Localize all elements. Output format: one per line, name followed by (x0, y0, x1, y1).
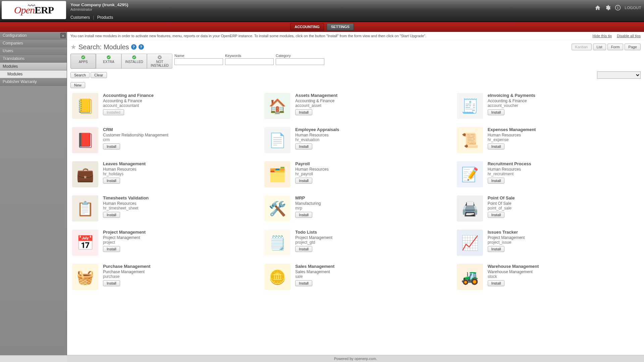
menu-customers[interactable]: Customers (70, 15, 90, 20)
view-list[interactable]: List (593, 44, 606, 50)
module-title: Expenses Management (488, 127, 536, 132)
sidebar-collapse[interactable]: « (60, 33, 66, 38)
module-tech-name: hr_holidays (103, 172, 146, 176)
view-page[interactable]: Page (625, 44, 641, 50)
install-button[interactable]: Install (295, 212, 312, 218)
menu-products[interactable]: Products (97, 15, 113, 20)
install-button[interactable]: Install (103, 178, 120, 184)
filter-buttons: APPSEXTRAINSTALLEDNOT INSTALLED (70, 54, 172, 69)
module-title: MRP (295, 195, 321, 200)
module-tech-name: hr_timesheet_sheet (103, 206, 149, 210)
module-category: Point Of Sale (488, 201, 515, 206)
install-button[interactable]: Install (295, 246, 312, 252)
module-tech-name: mrp (295, 206, 321, 210)
sidebar-item-translations[interactable]: Translations (0, 55, 67, 63)
hide-tip-link[interactable]: Hide this tip (593, 34, 612, 38)
install-button[interactable]: Install (488, 109, 505, 115)
install-button[interactable]: Install (295, 178, 312, 184)
home-icon[interactable] (595, 5, 601, 11)
install-button[interactable]: Install (488, 246, 505, 252)
module-card: 🪙Sales ManagementSales ManagementsaleIns… (264, 264, 446, 290)
gear-icon[interactable] (605, 5, 611, 11)
filter-apps[interactable]: APPS (70, 54, 96, 69)
module-tech-name: account_accountant (103, 103, 154, 108)
module-title: Point Of Sale (488, 195, 515, 200)
install-button[interactable]: Install (103, 212, 120, 218)
install-button[interactable]: Install (295, 143, 312, 149)
sidebar-item-users[interactable]: Users (0, 47, 67, 55)
module-icon: 📈 (457, 230, 483, 256)
module-card: 🛠️MRPManufacturingmrpInstall (264, 195, 446, 222)
module-category: Human Resources (295, 133, 339, 137)
field-name: Name (174, 54, 223, 65)
module-icon: 🗒️ (264, 230, 290, 256)
module-category: Customer Relationship Management (103, 133, 168, 137)
view-form[interactable]: Form (607, 44, 624, 50)
tab-settings[interactable]: SETTINGS (327, 23, 354, 31)
install-button[interactable]: Install (103, 246, 120, 252)
install-button[interactable]: Install (103, 143, 120, 149)
module-icon: 📋 (72, 195, 98, 222)
help-icon[interactable]: ? (131, 44, 137, 50)
module-category: Human Resources (488, 167, 531, 172)
logout-link[interactable]: LOGOUT (625, 6, 641, 10)
module-card: 🧾eInvoicing & PaymentsAccounting & Finan… (457, 93, 639, 119)
sidebar-item-companies[interactable]: Companies (0, 40, 67, 47)
view-kanban[interactable]: Kanban (572, 44, 592, 50)
x-icon (157, 55, 162, 60)
tab-accounting[interactable]: ACCOUNTING (290, 23, 324, 31)
module-tech-name: purchase (103, 274, 151, 279)
module-title: CRM (103, 127, 168, 132)
help-icon-2[interactable]: ? (139, 44, 144, 50)
sidebar-subitem-modules[interactable]: Modules (0, 70, 67, 78)
installed-button: Installed (103, 109, 124, 115)
module-category: Sales Management (295, 269, 334, 274)
filter-extra[interactable]: EXTRA (96, 54, 121, 69)
input-name[interactable] (174, 58, 223, 65)
input-category[interactable] (276, 58, 324, 65)
logo[interactable]: OpenERP 〰 (2, 1, 66, 19)
disable-tips-link[interactable]: Disable all tips (617, 34, 641, 38)
module-tech-name: stock (488, 274, 539, 279)
module-tech-name: account_asset (295, 103, 337, 108)
install-button[interactable]: Install (488, 178, 505, 184)
clear-button[interactable]: Clear (91, 72, 107, 78)
module-card: 📅Project ManagementProject Managementpro… (72, 230, 254, 256)
new-button[interactable]: New (70, 82, 85, 88)
module-tech-name: hr_evaluation (295, 137, 339, 142)
module-icon: 💼 (72, 161, 98, 187)
company-info: Your Company (trunk_4295) Administrator (70, 2, 128, 11)
check-icon (106, 55, 111, 60)
module-tech-name: hr_expense (488, 137, 536, 142)
module-card: 📄Employee AppraisalsHuman Resourceshr_ev… (264, 127, 446, 153)
sidebar-item-modules[interactable]: Modules (0, 63, 67, 70)
svg-rect-1 (618, 7, 618, 9)
filter-not-installed[interactable]: NOT INSTALLED (147, 54, 172, 69)
input-keywords[interactable] (225, 58, 274, 65)
favorite-star-icon[interactable]: ★ (70, 43, 76, 51)
filter-installed[interactable]: INSTALLED (121, 54, 147, 69)
module-title: Leaves Management (103, 161, 146, 166)
install-button[interactable]: Install (103, 280, 120, 286)
check-icon (132, 55, 137, 60)
module-title: Assets Management (295, 93, 337, 98)
svg-rect-2 (618, 6, 618, 7)
module-icon: 🏠 (264, 93, 290, 119)
info-icon[interactable] (615, 5, 621, 11)
module-card: 📋Timesheets ValidationHuman Resourceshr_… (72, 195, 254, 222)
module-card: 🗒️Todo ListsProject Managementproject_gt… (264, 230, 446, 256)
sidebar-item-publisher-warranty[interactable]: Publisher Warranty (0, 78, 67, 86)
install-button[interactable]: Install (295, 280, 312, 286)
module-tech-name: project_gtd (295, 240, 332, 245)
install-button[interactable]: Install (488, 143, 505, 149)
install-button[interactable]: Install (488, 212, 505, 218)
install-button[interactable]: Install (488, 280, 505, 286)
module-category: Human Resources (103, 167, 146, 172)
sidebar-item-configuration[interactable]: Configuration (0, 32, 67, 40)
module-title: Project Management (103, 230, 146, 235)
pager-select[interactable] (597, 71, 641, 79)
page-title: ★ Search: Modules ? ? (70, 43, 144, 51)
search-button[interactable]: Search (70, 72, 90, 78)
module-title: Timesheets Validation (103, 195, 149, 200)
install-button[interactable]: Install (295, 109, 312, 115)
